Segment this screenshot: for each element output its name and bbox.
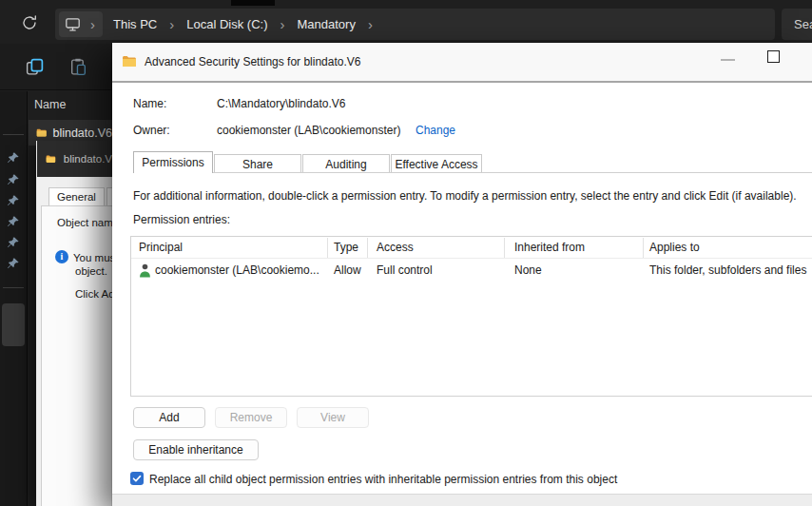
properties-title-bar: blindato.V bbox=[37, 141, 112, 177]
dialog-tabs: Permissions Share Auditing Effective Acc… bbox=[133, 151, 482, 173]
replace-permissions-label: Replace all child object permission entr… bbox=[149, 473, 617, 486]
pin-icon[interactable] bbox=[7, 236, 20, 249]
search-input[interactable]: Sea bbox=[782, 9, 812, 40]
column-divider bbox=[504, 238, 505, 258]
name-label: Name: bbox=[133, 97, 166, 110]
properties-dialog: blindato.V General Sha Object name: i Yo… bbox=[36, 141, 112, 506]
properties-info-line2: object. bbox=[75, 265, 107, 277]
paste-icon[interactable] bbox=[68, 57, 88, 77]
refresh-button[interactable] bbox=[19, 12, 40, 33]
folder-icon bbox=[46, 153, 56, 165]
change-owner-link[interactable]: Change bbox=[416, 124, 455, 137]
explorer-toolbar bbox=[0, 44, 112, 90]
column-header-name[interactable]: Name bbox=[34, 98, 66, 111]
column-divider bbox=[367, 238, 368, 258]
file-name: blindato.V6 bbox=[52, 126, 112, 140]
object-name-label: Object name: bbox=[57, 217, 112, 228]
address-bar[interactable]: › This PC › Local Disk (C:) › Mandatory … bbox=[55, 9, 775, 40]
column-divider bbox=[643, 238, 644, 258]
column-type[interactable]: Type bbox=[334, 241, 358, 254]
folder-icon bbox=[122, 54, 137, 69]
properties-panel: Object name: i You mus object. Click Ad bbox=[41, 205, 112, 506]
cell-principal: cookiemonster (LAB\cookiemo... bbox=[155, 263, 319, 277]
rail-divider bbox=[3, 134, 24, 135]
cell-type: Allow bbox=[334, 263, 361, 277]
rail-selected-item[interactable] bbox=[2, 303, 25, 346]
properties-info-line1: You mus bbox=[73, 252, 112, 263]
user-icon bbox=[139, 263, 151, 278]
cell-applies-to: This folder, subfolders and files bbox=[649, 263, 806, 277]
chevron-icon[interactable]: › bbox=[366, 17, 375, 31]
pin-icon[interactable] bbox=[7, 257, 20, 270]
column-principal[interactable]: Principal bbox=[139, 241, 183, 254]
explorer-topbar: › This PC › Local Disk (C:) › Mandatory … bbox=[0, 0, 812, 44]
info-icon: i bbox=[55, 250, 68, 263]
this-pc-monitor-icon bbox=[65, 16, 81, 32]
tab-share[interactable]: Share bbox=[214, 154, 301, 173]
navigation-rail bbox=[0, 91, 28, 506]
pin-icon[interactable] bbox=[7, 194, 20, 207]
table-header: Principal Type Access Inherited from App… bbox=[131, 237, 812, 259]
breadcrumb-mandatory[interactable]: Mandatory bbox=[286, 17, 365, 31]
refresh-icon bbox=[21, 14, 38, 31]
enable-inheritance-button[interactable]: Enable inheritance bbox=[133, 439, 259, 460]
cell-access: Full control bbox=[377, 263, 433, 277]
column-access[interactable]: Access bbox=[377, 241, 414, 254]
owner-value: cookiemonster (LAB\cookiemonster) bbox=[217, 124, 400, 137]
breadcrumb-local-disk[interactable]: Local Disk (C:) bbox=[176, 17, 278, 31]
chevron-icon: › bbox=[88, 17, 97, 31]
copy-icon[interactable] bbox=[25, 57, 45, 77]
folder-icon bbox=[36, 126, 47, 141]
tab-strip-line bbox=[133, 172, 812, 173]
tab-permissions[interactable]: Permissions bbox=[133, 151, 213, 173]
remove-button[interactable]: Remove bbox=[215, 407, 287, 428]
cell-inherited-from: None bbox=[514, 263, 542, 277]
check-icon bbox=[132, 474, 142, 483]
column-divider bbox=[327, 238, 328, 258]
table-row[interactable]: cookiemonster (LAB\cookiemo... Allow Ful… bbox=[131, 260, 812, 282]
properties-info-line3: Click Ad bbox=[75, 288, 112, 300]
maximize-button[interactable] bbox=[767, 50, 780, 63]
permission-entries-label: Permission entries: bbox=[133, 213, 230, 226]
column-applies-to[interactable]: Applies to bbox=[649, 241, 700, 254]
tab-bar-edge bbox=[231, 0, 275, 6]
chevron-icon[interactable]: › bbox=[167, 17, 176, 31]
permission-entries-table: Principal Type Access Inherited from App… bbox=[130, 236, 812, 397]
minimize-button[interactable] bbox=[721, 59, 735, 61]
properties-title: blindato.V bbox=[64, 153, 112, 165]
view-button[interactable]: View bbox=[297, 407, 369, 428]
pin-icon[interactable] bbox=[7, 151, 20, 165]
name-value: C:\Mandatory\blindato.V6 bbox=[217, 97, 345, 110]
breadcrumb-this-pc[interactable]: This PC bbox=[103, 17, 167, 31]
dialog-title-bar: Advanced Security Settings for blindato.… bbox=[112, 43, 812, 83]
tab-auditing[interactable]: Auditing bbox=[302, 154, 390, 173]
permissions-help-text: For additional information, double-click… bbox=[133, 189, 810, 203]
location-icon-segment[interactable]: › bbox=[59, 11, 103, 37]
properties-tabs: General Sha bbox=[48, 187, 112, 205]
rail-divider bbox=[3, 287, 24, 288]
pin-icon[interactable] bbox=[7, 215, 20, 228]
replace-permissions-checkbox[interactable] bbox=[130, 472, 144, 485]
tab-effective-access[interactable]: Effective Access bbox=[391, 154, 482, 173]
tab-general[interactable]: General bbox=[48, 187, 105, 205]
chevron-icon[interactable]: › bbox=[278, 17, 286, 31]
add-button[interactable]: Add bbox=[133, 407, 205, 428]
dialog-footer bbox=[112, 494, 812, 506]
advanced-security-dialog: Advanced Security Settings for blindato.… bbox=[112, 43, 812, 506]
owner-label: Owner: bbox=[133, 124, 170, 137]
dialog-title: Advanced Security Settings for blindato.… bbox=[145, 55, 360, 68]
column-inherited-from[interactable]: Inherited from bbox=[514, 241, 585, 254]
pin-icon[interactable] bbox=[7, 173, 20, 186]
desktop-screenshot: › This PC › Local Disk (C:) › Mandatory … bbox=[0, 0, 812, 506]
